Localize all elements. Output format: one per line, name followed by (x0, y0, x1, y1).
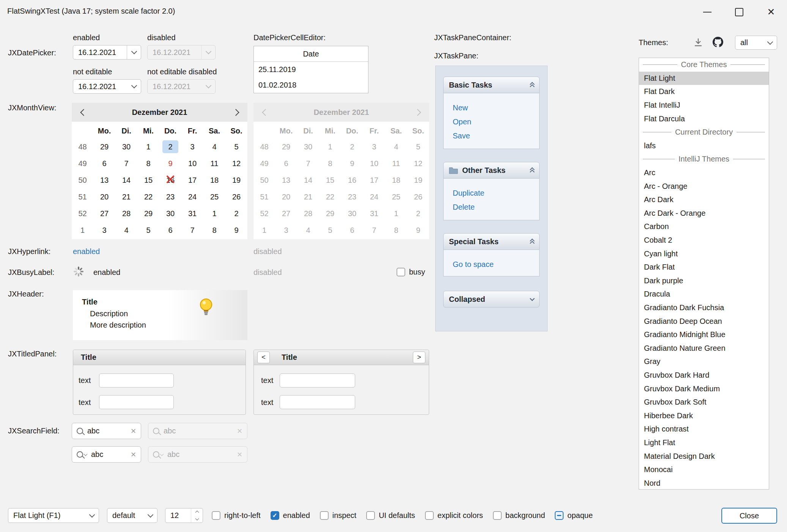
day-cell[interactable]: 3 (93, 224, 115, 237)
search-menu-icon[interactable] (77, 451, 87, 458)
themes-list[interactable]: Core ThemesFlat LightFlat DarkFlat Intel… (639, 58, 769, 490)
checkbox-explicit-colors[interactable]: explicit colors (425, 511, 483, 520)
theme-item[interactable]: Gradianto Dark Fuchsia (639, 301, 769, 315)
theme-item[interactable]: Hiberbee Dark (639, 409, 769, 422)
day-cell[interactable]: 17 (181, 174, 203, 187)
text-input[interactable] (280, 395, 355, 409)
day-cell[interactable]: 21 (115, 190, 137, 203)
day-cell[interactable]: 8 (137, 157, 159, 170)
theme-item[interactable]: Material Design Dark (639, 449, 769, 463)
day-cell[interactable]: 2 (225, 207, 247, 220)
theme-item[interactable]: Flat Dark (639, 85, 769, 99)
theme-item[interactable]: Gradianto Deep Ocean (639, 314, 769, 328)
themes-filter-combo[interactable]: all (735, 36, 777, 50)
theme-item[interactable]: Arc Dark (639, 193, 769, 207)
taskpane-other-header[interactable]: Other Tasks (443, 162, 540, 179)
theme-item[interactable]: Flat Darcula (639, 112, 769, 126)
day-cell[interactable]: 3 (181, 140, 203, 153)
checkbox-box[interactable] (555, 511, 563, 520)
titled-panel-next-button[interactable]: > (413, 352, 425, 363)
day-cell[interactable]: 18 (203, 174, 225, 187)
theme-item[interactable]: Gruvbox Dark Medium (639, 382, 769, 395)
datepicker-enabled[interactable]: 16.12.2021 (73, 45, 141, 60)
month-next-button[interactable] (230, 107, 241, 118)
theme-item[interactable]: Cobalt 2 (639, 234, 769, 247)
window-close-button[interactable]: ✕ (755, 0, 787, 24)
day-cell[interactable]: 28 (115, 207, 137, 220)
day-cell[interactable]: 30 (159, 207, 181, 220)
theme-item[interactable]: Arc (639, 166, 769, 180)
datepicker-not-editable[interactable]: 16.12.2021 (73, 79, 141, 94)
table-row[interactable]: 25.11.2019 (254, 62, 368, 77)
scale-combo[interactable]: default (107, 508, 157, 523)
day-cell[interactable]: 29 (137, 207, 159, 220)
theme-item[interactable]: Dark Flat (639, 261, 769, 274)
day-cell[interactable]: 2 (159, 140, 181, 153)
day-cell[interactable]: 23 (159, 190, 181, 203)
search-field-enabled[interactable]: abc ✕ (72, 423, 141, 439)
day-cell[interactable]: 7 (181, 224, 203, 237)
theme-item[interactable]: Cyan light (639, 247, 769, 261)
checkbox-box[interactable] (425, 511, 434, 520)
day-cell[interactable]: 5 (137, 224, 159, 237)
checkbox-background[interactable]: background (493, 511, 545, 520)
taskpane-basic-header[interactable]: Basic Tasks (443, 77, 540, 93)
table-row[interactable]: 01.02.2018 (254, 77, 368, 93)
day-cell[interactable]: 26 (225, 190, 247, 203)
day-cell[interactable]: 10 (181, 157, 203, 170)
day-cell[interactable]: 14 (115, 174, 137, 187)
chevron-double-up-icon[interactable] (530, 168, 534, 173)
datepicker-cell-editor-table[interactable]: Date 25.11.2019 01.02.2018 (253, 46, 368, 93)
theme-item[interactable]: Gruvbox Dark Soft (639, 395, 769, 409)
theme-item[interactable]: Monocai (639, 463, 769, 477)
clear-icon[interactable]: ✕ (131, 427, 136, 435)
day-cell[interactable]: 25 (203, 190, 225, 203)
day-cell[interactable]: 1 (137, 140, 159, 153)
checkbox-busy[interactable]: busy (397, 268, 425, 276)
chevron-double-up-icon[interactable] (530, 239, 534, 244)
day-cell[interactable]: 24 (181, 190, 203, 203)
github-icon[interactable] (713, 37, 723, 47)
maximize-button[interactable] (723, 0, 755, 24)
task-link-go-to-space[interactable]: Go to space (453, 257, 539, 271)
day-cell[interactable]: 15 (137, 174, 159, 187)
hyperlink-enabled[interactable]: enabled (73, 246, 100, 256)
checkbox-right-to-left[interactable]: right-to-left (212, 511, 261, 520)
day-cell[interactable]: 29 (93, 140, 115, 153)
day-cell[interactable]: 19 (225, 174, 247, 187)
day-cell[interactable]: 4 (115, 224, 137, 237)
checkbox-box[interactable] (366, 511, 375, 520)
day-cell[interactable]: 11 (203, 157, 225, 170)
day-cell[interactable]: 8 (203, 224, 225, 237)
day-cell[interactable]: 16✕ (159, 174, 181, 187)
taskpane-collapsed-header[interactable]: Collapsed (443, 291, 540, 308)
checkbox-box[interactable] (397, 268, 405, 276)
theme-item[interactable]: Gruvbox Dark Hard (639, 369, 769, 382)
download-icon[interactable] (693, 38, 703, 47)
day-cell[interactable]: 6 (93, 157, 115, 170)
minimize-button[interactable] (691, 0, 723, 24)
clear-icon[interactable]: ✕ (131, 450, 136, 459)
theme-item[interactable]: High contrast (639, 422, 769, 436)
theme-item[interactable]: Nord (639, 476, 769, 490)
close-button[interactable]: Close (721, 508, 777, 524)
theme-item[interactable]: Arc - Orange (639, 179, 769, 193)
task-link-save[interactable]: Save (453, 129, 539, 143)
theme-item[interactable]: Carbon (639, 220, 769, 234)
day-cell[interactable]: 1 (203, 207, 225, 220)
theme-item[interactable]: Flat Light (639, 72, 769, 85)
day-cell[interactable]: 27 (93, 207, 115, 220)
font-size-spinner[interactable]: 12 (165, 508, 203, 523)
theme-item[interactable]: lafs (639, 139, 769, 153)
task-link-new[interactable]: New (453, 101, 539, 115)
checkbox-ui-defaults[interactable]: UI defaults (366, 511, 415, 520)
taskpane-special-header[interactable]: Special Tasks (443, 233, 540, 250)
checkbox-opaque[interactable]: opaque (555, 511, 593, 520)
theme-item[interactable]: Dark purple (639, 274, 769, 288)
day-cell[interactable]: 12 (225, 157, 247, 170)
text-input[interactable] (99, 373, 174, 388)
day-cell[interactable]: 31 (181, 207, 203, 220)
day-cell[interactable]: 20 (93, 190, 115, 203)
laf-combo[interactable]: Flat Light (F1) (8, 508, 99, 523)
task-link-open[interactable]: Open (453, 115, 539, 129)
